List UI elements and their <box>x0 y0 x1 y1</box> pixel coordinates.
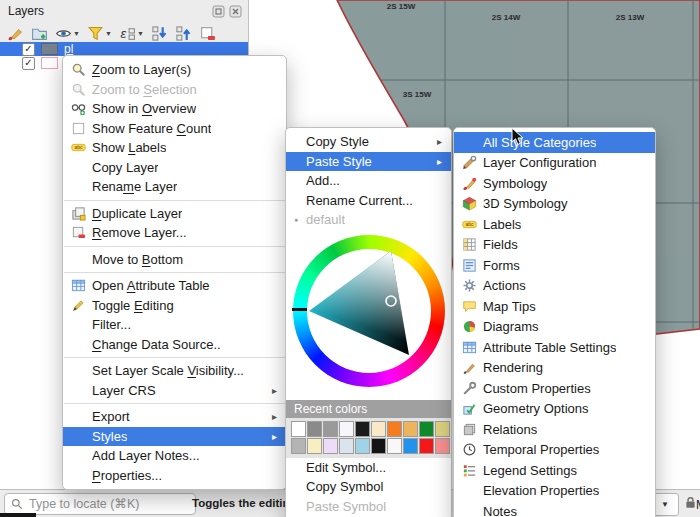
menu-item-3d-symbology[interactable]: 3D Symbology <box>454 194 655 215</box>
color-swatch[interactable] <box>291 438 306 454</box>
menu-item-change-data-source[interactable]: Change Data Source.. <box>63 335 286 355</box>
menu-item-actions[interactable]: Actions <box>454 276 655 297</box>
menu-item-label: Zoom to Layer(s) <box>92 62 191 77</box>
submenu-arrow-icon: ▸ <box>264 411 277 422</box>
menu-item-show-labels[interactable]: abcShow Labels <box>63 138 286 158</box>
menu-item-label: Actions <box>483 278 526 293</box>
menu-item-copy-symbol[interactable]: Copy Symbol <box>286 477 451 497</box>
color-swatch[interactable] <box>323 438 338 454</box>
color-swatch[interactable] <box>435 421 450 437</box>
color-swatch[interactable] <box>291 421 306 437</box>
no-icon <box>69 179 87 194</box>
menu-item-relations[interactable]: Relations <box>454 419 655 440</box>
expand-all-icon[interactable] <box>151 25 168 42</box>
color-swatch[interactable] <box>323 421 338 437</box>
menu-item-forms[interactable]: Forms <box>454 255 655 276</box>
grid-cell-label: 2S 13W <box>616 13 645 22</box>
menu-item-copy-style[interactable]: Copy Style▸ <box>286 132 451 152</box>
menu-item-label: Show Feature Count <box>92 121 211 136</box>
menu-item-rename-layer[interactable]: Rename Layer <box>63 177 286 197</box>
menu-item-custom-properties[interactable]: Custom Properties <box>454 378 655 399</box>
labels-icon: abc <box>69 140 87 155</box>
color-swatch[interactable] <box>419 438 434 454</box>
color-swatch[interactable] <box>355 421 370 437</box>
saturation-triangle[interactable] <box>307 249 431 373</box>
color-swatch[interactable] <box>307 421 322 437</box>
menu-item-properties[interactable]: Properties... <box>63 466 286 486</box>
menu-item-toggle-editing[interactable]: Toggle Editing <box>63 296 286 316</box>
color-swatch[interactable] <box>419 421 434 437</box>
locator-search[interactable] <box>4 493 196 515</box>
color-swatch[interactable] <box>387 421 402 437</box>
menu-item-label: Move to Bottom <box>92 252 183 267</box>
menu-item-diagrams[interactable]: Diagrams <box>454 317 655 338</box>
float-panel-icon[interactable] <box>212 5 225 18</box>
menu-item-map-tips[interactable]: Map Tips <box>454 296 655 317</box>
menu-item-label: Rendering <box>483 360 543 375</box>
close-panel-icon[interactable] <box>229 5 242 18</box>
layer-visibility-checkbox[interactable]: ✓ <box>22 57 35 70</box>
collapse-all-icon[interactable] <box>175 25 192 42</box>
menu-item-copy-layer[interactable]: Copy Layer <box>63 158 286 178</box>
menu-item-open-attribute-table[interactable]: Open Attribute Table <box>63 276 286 296</box>
menu-item-attribute-table-settings[interactable]: Attribute Table Settings <box>454 337 655 358</box>
manage-themes-icon[interactable]: ▼ <box>55 25 80 42</box>
menu-item-rendering[interactable]: Rendering <box>454 358 655 379</box>
menu-item-all-style-categories[interactable]: All Style Categories <box>454 132 655 153</box>
menu-item-show-feature-count[interactable]: Show Feature Count <box>63 119 286 139</box>
menu-item-elevation-properties[interactable]: Elevation Properties <box>454 481 655 502</box>
color-swatch[interactable] <box>387 438 402 454</box>
menu-item-temporal-properties[interactable]: Temporal Properties <box>454 440 655 461</box>
expression-filter-icon[interactable]: ε▼ <box>119 25 144 42</box>
menu-item-geometry-options[interactable]: Geometry Options <box>454 399 655 420</box>
filter-legend-icon[interactable]: ▼ <box>87 25 112 42</box>
menu-item-rename-current[interactable]: Rename Current... <box>286 191 451 211</box>
menu-item-duplicate-layer[interactable]: Duplicate Layer <box>63 204 286 224</box>
color-swatch[interactable] <box>339 421 354 437</box>
menu-item-show-in-overview[interactable]: Show in Overview <box>63 99 286 119</box>
menu-item-symbology[interactable]: Symbology <box>454 173 655 194</box>
menu-item-zoom-to-layer-s[interactable]: Zoom to Layer(s) <box>63 60 286 80</box>
color-swatch[interactable] <box>371 438 386 454</box>
menu-item-add-layer-notes[interactable]: Add Layer Notes... <box>63 446 286 466</box>
menu-item-remove-layer[interactable]: Remove Layer... <box>63 223 286 243</box>
menu-item-filter[interactable]: Filter... <box>63 315 286 335</box>
layer-visibility-checkbox[interactable]: ✓ <box>22 43 35 56</box>
submenu-arrow-icon: ▸ <box>429 156 442 167</box>
add-group-icon[interactable] <box>31 25 48 42</box>
menu-item-paste-style[interactable]: Paste Style▸ <box>286 152 451 172</box>
menu-item-labels[interactable]: abcLabels <box>454 214 655 235</box>
color-wheel[interactable] <box>286 232 451 398</box>
menu-item-layer-configuration[interactable]: Layer Configuration <box>454 153 655 174</box>
no-icon <box>69 317 87 332</box>
menu-item-export[interactable]: Export▸ <box>63 407 286 427</box>
menu-item-edit-symbol[interactable]: Edit Symbol... <box>286 458 451 478</box>
color-swatch[interactable] <box>339 438 354 454</box>
menu-separator <box>64 272 285 273</box>
layer-item-pl[interactable]: ✓pl <box>0 42 248 56</box>
menu-item-notes[interactable]: Notes <box>454 501 655 517</box>
menu-item-legend-settings[interactable]: Legend Settings <box>454 460 655 481</box>
layer-styling-icon[interactable] <box>7 25 24 42</box>
color-swatch[interactable] <box>403 421 418 437</box>
hue-ring[interactable] <box>293 235 445 387</box>
color-swatch[interactable] <box>371 421 386 437</box>
menu-item-styles[interactable]: Styles▸ <box>63 427 286 447</box>
menu-item-add[interactable]: Add... <box>286 171 451 191</box>
mouse-cursor <box>511 127 524 146</box>
search-input[interactable] <box>27 496 192 512</box>
overview-icon <box>69 101 87 116</box>
menu-item-layer-crs[interactable]: Layer CRS▸ <box>63 381 286 401</box>
remove-layer-group-icon[interactable] <box>199 25 216 42</box>
menu-item-move-to-bottom[interactable]: Move to Bottom <box>63 250 286 270</box>
color-swatch[interactable] <box>307 438 322 454</box>
submenu-arrow-icon: ▸ <box>429 136 442 147</box>
menu-item-label: Add... <box>306 173 340 188</box>
menu-item-label: Change Data Source.. <box>92 337 221 352</box>
menu-item-set-layer-scale-visibility[interactable]: Set Layer Scale Visibility... <box>63 361 286 381</box>
menu-item-default: ●default <box>286 210 451 230</box>
color-swatch[interactable] <box>435 438 450 454</box>
menu-item-fields[interactable]: Fields <box>454 235 655 256</box>
color-swatch[interactable] <box>355 438 370 454</box>
color-swatch[interactable] <box>403 438 418 454</box>
